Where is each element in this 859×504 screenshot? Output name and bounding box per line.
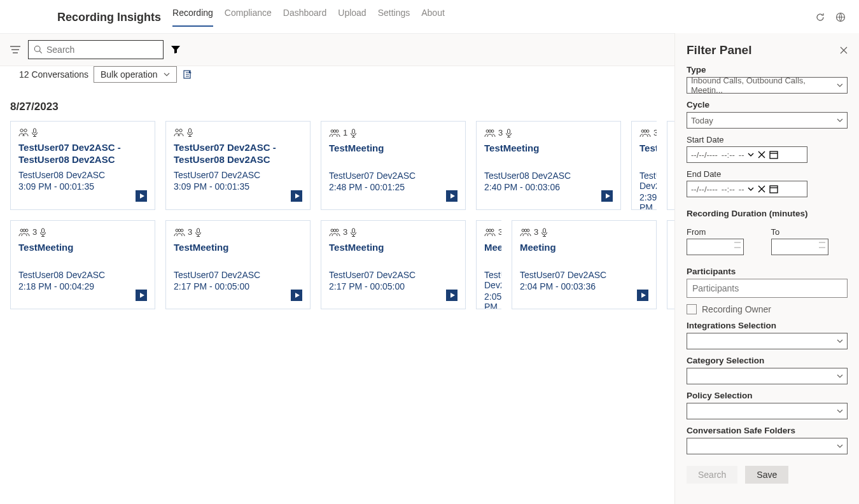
svg-point-27 xyxy=(25,229,28,232)
integrations-label: Integrations Selection xyxy=(687,321,848,330)
recording-card[interactable]: 3 TestMeetingTestUser08 Dev2ASC2:40 PM -… xyxy=(476,121,621,210)
tab-upload[interactable]: Upload xyxy=(338,8,366,27)
recording-card[interactable]: 3 TestMeetingTestUser07 Dev2ASC2:39 PM -… xyxy=(631,121,657,210)
tab-settings[interactable]: Settings xyxy=(378,8,410,27)
tab-about[interactable]: About xyxy=(421,8,445,27)
conversation-count: 12 Conversations xyxy=(19,69,88,80)
svg-point-37 xyxy=(486,229,489,232)
search-field[interactable] xyxy=(46,45,158,55)
svg-rect-12 xyxy=(353,129,355,134)
mic-icon xyxy=(31,128,38,137)
calendar-icon[interactable] xyxy=(769,185,778,193)
play-button[interactable] xyxy=(291,190,302,202)
export-icon[interactable] xyxy=(182,69,193,80)
category-select[interactable] xyxy=(687,368,848,384)
bulk-operation-label: Bulk operation xyxy=(101,69,158,80)
card-time: 2:39 PM - 00:03:06 xyxy=(639,192,649,210)
policy-select[interactable] xyxy=(687,403,848,419)
mic-icon xyxy=(350,129,357,137)
tab-compliance[interactable]: Compliance xyxy=(225,8,272,27)
recording-card[interactable]: TestUser07 Dev2ASC - TestUser08 Dev2ASCT… xyxy=(165,121,311,210)
svg-point-29 xyxy=(176,229,178,232)
card-time: 2:40 PM - 00:03:06 xyxy=(484,182,613,192)
clear-icon[interactable] xyxy=(758,185,765,193)
search-input[interactable] xyxy=(28,40,164,59)
recording-card[interactable]: 3 MeetingTestUser07 Dev2ASC2:05 PM - 00:… xyxy=(476,220,501,309)
refresh-icon[interactable] xyxy=(814,11,826,23)
play-button[interactable] xyxy=(446,190,457,202)
filter-panel-title: Filter Panel xyxy=(687,43,751,57)
filter-icon[interactable] xyxy=(170,44,181,55)
search-button[interactable]: Search xyxy=(687,466,737,484)
menu-icon[interactable] xyxy=(9,44,22,55)
participant-count: 1 xyxy=(343,128,347,137)
recording-card[interactable]: TestUser07 Dev2ASC - TestUser08 Dev2ASCT… xyxy=(10,121,155,210)
people-icon xyxy=(174,128,184,137)
start-date-input[interactable]: --/--/---- --:-- -- xyxy=(687,146,807,163)
integrations-select[interactable] xyxy=(687,333,848,349)
participant-count: 3 xyxy=(534,227,538,237)
svg-point-25 xyxy=(20,229,23,232)
play-button[interactable] xyxy=(136,290,147,301)
people-icon xyxy=(484,228,496,237)
svg-rect-44 xyxy=(543,228,546,233)
globe-icon[interactable] xyxy=(835,11,846,23)
duration-from-input[interactable] xyxy=(687,239,744,255)
card-user: TestUser07 Dev2ASC xyxy=(484,270,494,290)
card-time: 3:09 PM - 00:01:35 xyxy=(174,181,302,192)
svg-point-39 xyxy=(491,229,494,232)
recording-card[interactable]: 1 TestMeetingTestUser07 Dev2ASC2:48 PM -… xyxy=(321,121,466,210)
bulk-operation-dropdown[interactable]: Bulk operation xyxy=(94,66,178,83)
card-title: TestMeeting xyxy=(174,242,302,266)
card-user: TestUser07 Dev2ASC xyxy=(639,171,649,191)
card-user: TestUser08 Dev2ASC xyxy=(18,170,147,180)
recording-card[interactable]: 3 TestMeetingTestUser07 Dev2ASC2:17 PM -… xyxy=(321,220,466,309)
people-icon xyxy=(329,228,340,237)
end-date-label: End Date xyxy=(687,169,848,179)
duration-to-input[interactable] xyxy=(771,239,828,255)
tab-recording[interactable]: Recording xyxy=(172,8,213,27)
svg-point-35 xyxy=(336,229,339,232)
nav-tabs: RecordingComplianceDashboardUploadSettin… xyxy=(172,8,445,27)
play-button[interactable] xyxy=(601,190,613,202)
folders-label: Conversation Safe Folders xyxy=(687,426,848,435)
play-button[interactable] xyxy=(136,190,147,202)
svg-point-42 xyxy=(524,229,527,232)
svg-point-38 xyxy=(489,229,491,232)
clear-icon[interactable] xyxy=(758,151,765,158)
card-time: 2:17 PM - 00:05:00 xyxy=(174,281,302,291)
participants-label: Participants xyxy=(687,267,848,276)
start-date-label: Start Date xyxy=(687,135,848,144)
svg-rect-16 xyxy=(508,129,510,134)
play-button[interactable] xyxy=(291,290,302,301)
cycle-select[interactable]: Today xyxy=(687,112,848,129)
recording-card[interactable]: 3 MeetingTestUser07 Dev2ASC2:04 PM - 00:… xyxy=(512,220,657,309)
calendar-icon[interactable] xyxy=(769,150,778,159)
type-value: Inbound Calls, Outbound Calls, Meetin... xyxy=(691,76,837,95)
svg-point-17 xyxy=(641,130,644,132)
recording-card[interactable]: 3 TestMeetingTestUser07 Dev2ASC2:17 PM -… xyxy=(165,220,311,309)
participant-count: 3 xyxy=(188,227,192,237)
app-title: Recording Insights xyxy=(57,11,161,24)
card-title: TestUser07 Dev2ASC - TestUser08 Dev2ASC xyxy=(18,142,147,166)
card-title: TestUser07 Dev2ASC - TestUser08 Dev2ASC xyxy=(174,142,302,166)
card-title: Meeting xyxy=(520,242,648,266)
play-button[interactable] xyxy=(637,290,648,301)
recording-card[interactable]: 3 TestMeetingTestUser08 Dev2ASC2:18 PM -… xyxy=(10,220,155,309)
type-select[interactable]: Inbound Calls, Outbound Calls, Meetin... xyxy=(687,77,848,94)
type-label: Type xyxy=(687,65,848,74)
people-icon xyxy=(18,128,29,137)
tab-dashboard[interactable]: Dashboard xyxy=(283,8,327,27)
close-icon[interactable] xyxy=(840,46,848,54)
owner-checkbox[interactable] xyxy=(687,304,697,314)
svg-point-33 xyxy=(331,229,333,232)
play-button[interactable] xyxy=(446,290,457,301)
save-button[interactable]: Save xyxy=(745,466,788,484)
participants-input[interactable] xyxy=(687,279,848,298)
card-time: 3:09 PM - 00:01:35 xyxy=(18,181,147,192)
svg-point-6 xyxy=(176,129,178,132)
chevron-down-icon xyxy=(837,82,843,88)
filter-panel: Filter Panel Type Inbound Calls, Outboun… xyxy=(674,33,859,504)
end-date-input[interactable]: --/--/---- --:-- -- xyxy=(687,181,807,197)
folders-select[interactable] xyxy=(687,438,848,454)
